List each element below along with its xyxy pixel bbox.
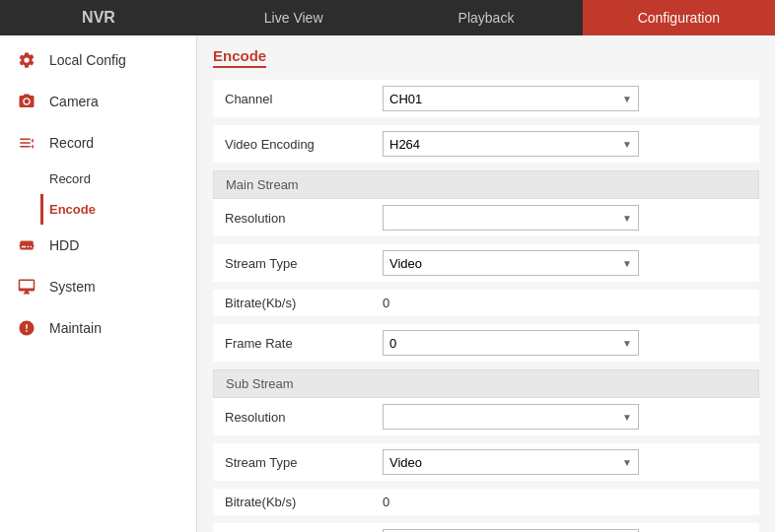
- video-encoding-row: Video Encoding H264 ▼: [213, 125, 759, 163]
- sub-stream-type-row: Stream Type Video ▼: [213, 443, 759, 481]
- gear-icon: [16, 49, 37, 71]
- sidebar-item-camera[interactable]: Camera: [0, 81, 196, 122]
- sub-resolution-control: ▼: [383, 404, 747, 430]
- sub-resolution-row: Resolution ▼: [213, 398, 759, 435]
- main-content: Encode Channel CH01 ▼ Video Encoding H26…: [197, 35, 775, 532]
- sidebar-item-hdd-label: HDD: [49, 237, 79, 253]
- sidebar-item-camera-label: Camera: [49, 94, 99, 109]
- main-bitrate-value: 0: [383, 296, 389, 310]
- page-title: Encode: [213, 47, 266, 68]
- main-stream-type-arrow-icon: ▼: [622, 258, 632, 269]
- channel-control: CH01 ▼: [383, 86, 747, 111]
- main-frame-rate-row: Frame Rate 0 ▼: [213, 324, 759, 362]
- sub-stream-type-select[interactable]: Video ▼: [383, 449, 639, 475]
- video-encoding-value: H264: [389, 137, 420, 152]
- video-encoding-label: Video Encoding: [225, 137, 383, 152]
- top-nav: NVR Live View Playback Configuration: [0, 0, 775, 35]
- tab-playback[interactable]: Playback: [389, 0, 582, 35]
- nav-tabs: Live View Playback Configuration: [197, 0, 775, 35]
- global-settings-group: Channel CH01 ▼ Video Encoding H264 ▼: [213, 80, 759, 163]
- hdd-icon: [16, 234, 37, 256]
- main-frame-rate-control: 0 ▼: [383, 330, 747, 356]
- record-icon: [16, 132, 37, 154]
- video-encoding-arrow-icon: ▼: [622, 139, 632, 150]
- sub-stream-type-label: Stream Type: [225, 455, 383, 470]
- svg-point-0: [25, 100, 30, 104]
- brand-title: NVR: [0, 9, 197, 27]
- channel-row: Channel CH01 ▼: [213, 80, 759, 117]
- main-resolution-control: ▼: [383, 205, 747, 231]
- video-encoding-select[interactable]: H264 ▼: [383, 131, 639, 157]
- sub-stream-header: Sub Stream: [213, 369, 759, 398]
- main-bitrate-row: Bitrate(Kb/s) 0: [213, 290, 759, 316]
- sub-frame-rate-row: Frame Rate 0 ▼: [213, 523, 759, 532]
- sub-resolution-arrow-icon: ▼: [622, 412, 632, 423]
- maintain-icon: [16, 317, 37, 339]
- sub-resolution-select[interactable]: ▼: [383, 404, 639, 430]
- main-resolution-select[interactable]: ▼: [383, 205, 639, 231]
- sidebar-item-hdd[interactable]: HDD: [0, 225, 196, 266]
- sidebar-item-record-label: Record: [49, 135, 94, 151]
- main-stream-type-control: Video ▼: [383, 250, 747, 276]
- sidebar-item-maintain[interactable]: Maintain: [0, 307, 196, 349]
- main-resolution-row: Resolution ▼: [213, 199, 759, 236]
- main-stream-group: Resolution ▼ Stream Type Video ▼: [213, 199, 759, 362]
- sidebar-item-system-label: System: [49, 279, 96, 295]
- sidebar-sub-item-encode[interactable]: Encode: [40, 194, 196, 225]
- sub-bitrate-control: 0: [383, 495, 747, 509]
- sidebar-item-local-config-label: Local Config: [49, 52, 126, 68]
- channel-select[interactable]: CH01 ▼: [383, 86, 639, 111]
- main-frame-rate-arrow-icon: ▼: [622, 338, 632, 349]
- main-stream-type-row: Stream Type Video ▼: [213, 244, 759, 282]
- sidebar-item-maintain-label: Maintain: [49, 320, 102, 336]
- channel-arrow-icon: ▼: [622, 94, 632, 104]
- main-resolution-arrow-icon: ▼: [622, 213, 632, 224]
- sub-stream-group: Resolution ▼ Stream Type Video ▼: [213, 398, 759, 532]
- tab-configuration[interactable]: Configuration: [583, 0, 775, 35]
- sub-stream-type-arrow-icon: ▼: [622, 457, 632, 468]
- main-resolution-label: Resolution: [225, 211, 383, 226]
- sidebar-sub-item-record[interactable]: Record: [49, 164, 196, 194]
- main-stream-type-value: Video: [389, 256, 422, 271]
- sub-bitrate-label: Bitrate(Kb/s): [225, 495, 383, 509]
- sub-stream-type-value: Video: [389, 455, 422, 470]
- main-frame-rate-label: Frame Rate: [225, 336, 383, 351]
- tab-live-view[interactable]: Live View: [197, 0, 389, 35]
- channel-value: CH01: [389, 92, 422, 106]
- sidebar-item-record[interactable]: Record: [0, 122, 196, 164]
- main-stream-type-label: Stream Type: [225, 256, 383, 271]
- sub-resolution-label: Resolution: [225, 410, 383, 425]
- sidebar-item-system[interactable]: System: [0, 266, 196, 307]
- layout: Local Config Camera Record Record Encode: [0, 35, 775, 532]
- sub-stream-type-control: Video ▼: [383, 449, 747, 475]
- sidebar-item-local-config[interactable]: Local Config: [0, 39, 196, 81]
- main-stream-header: Main Stream: [213, 170, 759, 199]
- main-frame-rate-value: 0: [389, 336, 396, 351]
- sub-bitrate-value: 0: [383, 495, 389, 509]
- sidebar: Local Config Camera Record Record Encode: [0, 35, 197, 532]
- camera-icon: [16, 91, 37, 112]
- main-bitrate-control: 0: [383, 296, 747, 310]
- sub-bitrate-row: Bitrate(Kb/s) 0: [213, 489, 759, 515]
- video-encoding-control: H264 ▼: [383, 131, 747, 157]
- sidebar-record-sub: Record Encode: [0, 164, 196, 225]
- main-bitrate-label: Bitrate(Kb/s): [225, 296, 383, 310]
- main-stream-type-select[interactable]: Video ▼: [383, 250, 639, 276]
- channel-label: Channel: [225, 92, 383, 106]
- system-icon: [16, 276, 37, 298]
- main-frame-rate-select[interactable]: 0 ▼: [383, 330, 639, 356]
